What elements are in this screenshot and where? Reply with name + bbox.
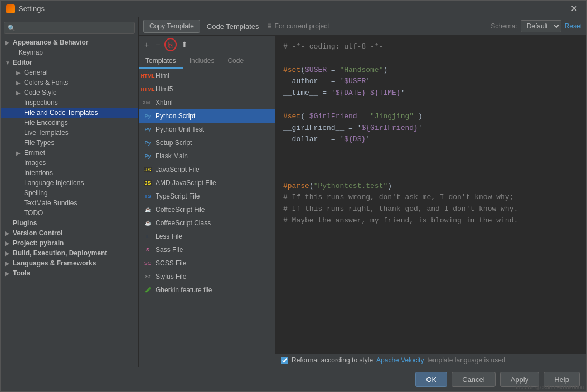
coffee-icon: ☕	[145, 220, 151, 226]
template-item-javascript-file[interactable]: JS JavaScript File	[139, 163, 275, 176]
template-icon-less-file: L	[143, 232, 152, 241]
gherkin-icon: 🥒	[145, 287, 151, 293]
sidebar-item-label-build-execution: Build, Execution, Deployment	[13, 249, 107, 257]
template-label-amd-javascript-file: AMD JavaScript File	[156, 179, 216, 187]
template-toolbar: + − ⎘ ⬆	[139, 36, 275, 54]
template-item-gherkin-feature[interactable]: 🥒 Gherkin feature file	[139, 283, 275, 297]
template-item-typescript-file[interactable]: TS TypeScript File	[139, 190, 275, 203]
sidebar-item-inspections[interactable]: Inspections	[1, 98, 138, 108]
template-item-html5[interactable]: HTML Html5	[139, 83, 275, 96]
close-button[interactable]: ✕	[567, 2, 581, 15]
sidebar-item-keymap[interactable]: Keymap	[1, 47, 138, 57]
tree-arrow-colors-fonts: ▶	[16, 80, 22, 86]
template-item-setup-script[interactable]: Py Setup Script	[139, 136, 275, 149]
bottom-bar: OK Cancel Apply Help	[1, 367, 586, 391]
watermark: http://blog.csdn.net/oukohou	[514, 384, 584, 390]
template-item-scss-file[interactable]: SC SCSS File	[139, 257, 275, 270]
template-item-coffeescript-class[interactable]: ☕ CoffeeScript Class	[139, 216, 275, 230]
code-line: # Maybe the answer, my friend, is blowin…	[283, 215, 579, 227]
tree-arrow-emmet: ▶	[16, 150, 22, 156]
js-icon: JS	[144, 180, 151, 186]
copy-template-icon-button[interactable]: ⎘	[164, 38, 177, 51]
template-item-flask-main[interactable]: Py Flask Main	[139, 149, 275, 163]
sidebar-item-intentions[interactable]: Intentions	[1, 168, 138, 178]
sidebar-item-file-code-templates[interactable]: File and Code Templates	[1, 108, 138, 118]
sidebar-item-colors-fonts[interactable]: ▶Colors & Fonts	[1, 78, 138, 88]
template-item-xhtml[interactable]: XML Xhtml	[139, 96, 275, 109]
sidebar-item-textmate-bundles[interactable]: TextMate Bundles	[1, 198, 138, 208]
sidebar-item-plugins[interactable]: Plugins	[1, 218, 138, 228]
code-line: #set($USER = "Handsome")	[283, 65, 579, 76]
sidebar-item-editor[interactable]: ▼Editor	[1, 57, 138, 67]
template-icon-coffeescript-file: ☕	[143, 205, 152, 214]
code-line	[283, 146, 579, 157]
reformat-checkbox[interactable]	[281, 357, 288, 364]
template-icon-sass-file: S	[143, 245, 152, 254]
sidebar-item-file-types[interactable]: File Types	[1, 138, 138, 148]
code-line	[283, 99, 579, 111]
search-icon: 🔍	[8, 25, 16, 32]
html-icon: HTML	[141, 73, 155, 79]
search-input[interactable]	[18, 24, 131, 32]
sidebar-item-language-injections[interactable]: Language Injections	[1, 178, 138, 188]
template-item-python-script[interactable]: Py Python Script	[139, 109, 275, 123]
template-item-sass-file[interactable]: S Sass File	[139, 243, 275, 257]
sidebar-item-file-encodings[interactable]: File Encodings	[1, 118, 138, 128]
cancel-button[interactable]: Cancel	[452, 372, 495, 387]
content-area: 🔍 ▶Appearance & BehaviorKeymap▼Editor▶Ge…	[1, 17, 586, 367]
tree-arrow-version-control: ▶	[5, 230, 11, 236]
add-template-button[interactable]: +	[142, 39, 151, 50]
app-icon	[6, 4, 15, 13]
editor-panel: # -*- coding: utf-8 -*- #set($USER = "Ha…	[275, 36, 586, 367]
sidebar-item-spelling[interactable]: Spelling	[1, 188, 138, 198]
ok-button[interactable]: OK	[415, 372, 447, 387]
tab-includes[interactable]: Includes	[183, 54, 221, 69]
template-label-coffeescript-file: CoffeeScript File	[156, 206, 205, 214]
py-icon: Py	[144, 153, 151, 159]
template-item-stylus-file[interactable]: St Stylus File	[139, 270, 275, 283]
main-body: + − ⎘ ⬆ Templates Includes Code HTML Htm…	[139, 36, 586, 367]
copy-template-button[interactable]: Copy Template	[143, 20, 200, 33]
sidebar-item-images[interactable]: Images	[1, 158, 138, 168]
template-item-html[interactable]: HTML Html	[139, 69, 275, 83]
template-label-html5: Html5	[156, 85, 173, 93]
tree-arrow-editor: ▼	[5, 60, 11, 66]
sidebar-item-general[interactable]: ▶General	[1, 67, 138, 78]
ts-icon: TS	[144, 193, 151, 199]
template-item-coffeescript-file[interactable]: ☕ CoffeeScript File	[139, 203, 275, 216]
schema-select[interactable]: Default	[521, 20, 561, 32]
tab-code[interactable]: Code	[221, 54, 250, 69]
sidebar-item-todo[interactable]: TODO	[1, 208, 138, 218]
template-item-less-file[interactable]: L Less File	[139, 230, 275, 243]
html-icon: HTML	[141, 86, 155, 92]
less-icon: L	[146, 234, 149, 239]
sidebar-item-code-style[interactable]: ▶Code Style	[1, 88, 138, 98]
sidebar-item-build-execution[interactable]: ▶Build, Execution, Deployment	[1, 248, 138, 258]
template-item-amd-javascript-file[interactable]: JS AMD JavaScript File	[139, 176, 275, 190]
sidebar-item-emmet[interactable]: ▶Emmet	[1, 148, 138, 158]
sidebar-item-appearance[interactable]: ▶Appearance & Behavior	[1, 37, 138, 47]
code-line: #parse("Pythontest.test")	[283, 181, 579, 192]
apache-velocity-link[interactable]: Apache Velocity	[376, 356, 424, 364]
export-template-button[interactable]: ⬆	[179, 39, 190, 50]
sidebar-item-languages-frameworks[interactable]: ▶Languages & Frameworks	[1, 258, 138, 268]
reset-button[interactable]: Reset	[565, 22, 582, 30]
tree-arrow-build-execution: ▶	[5, 250, 11, 257]
tab-templates[interactable]: Templates	[139, 54, 183, 69]
sidebar-item-version-control[interactable]: ▶Version Control	[1, 228, 138, 238]
sidebar-item-label-file-types: File Types	[24, 139, 54, 147]
template-label-gherkin-feature: Gherkin feature file	[156, 286, 212, 294]
sidebar-item-tools[interactable]: ▶Tools	[1, 268, 138, 278]
code-editor[interactable]: # -*- coding: utf-8 -*- #set($USER = "Ha…	[275, 36, 586, 353]
remove-template-button[interactable]: −	[153, 39, 162, 50]
sidebar-item-project-pybrain[interactable]: ▶Project: pybrain	[1, 238, 138, 248]
code-line: __girlFriend__ = '${GirlFriend}'	[283, 123, 579, 134]
template-label-sass-file: Sass File	[156, 246, 183, 254]
sidebar-item-live-templates[interactable]: Live Templates	[1, 128, 138, 138]
template-panel: + − ⎘ ⬆ Templates Includes Code HTML Htm…	[139, 36, 275, 367]
sidebar-item-label-plugins: Plugins	[13, 219, 37, 227]
code-line: # If this runs right, thank god, and I d…	[283, 204, 579, 215]
code-line: # -*- coding: utf-8 -*-	[283, 41, 579, 53]
search-box[interactable]: 🔍	[4, 22, 135, 34]
template-item-python-unit-test[interactable]: Py Python Unit Test	[139, 123, 275, 136]
